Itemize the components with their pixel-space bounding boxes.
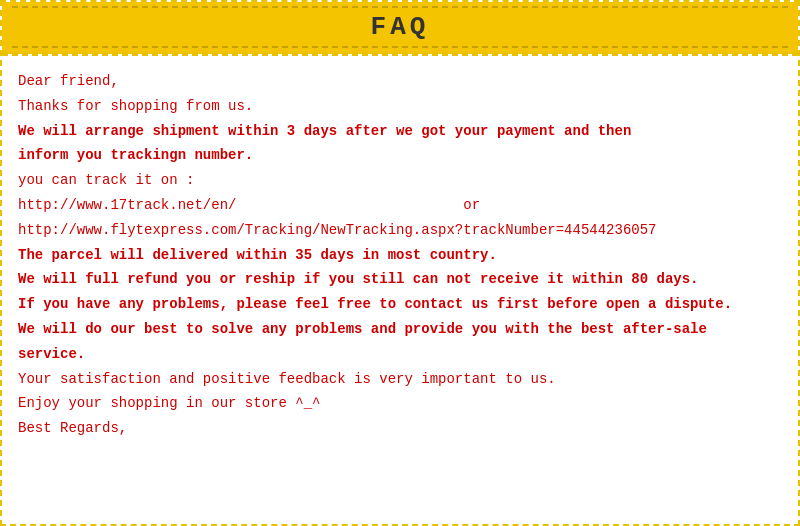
content-line: Enjoy your shopping in our store ^_^ xyxy=(18,392,782,416)
content-line: We will full refund you or reship if you… xyxy=(18,268,782,292)
content-line: We will arrange shipment within 3 days a… xyxy=(18,120,782,144)
content-text: you can track it on : xyxy=(18,172,194,188)
content-text: We will arrange shipment within 3 days a… xyxy=(18,123,631,139)
content-line: We will do our best to solve any problem… xyxy=(18,318,782,342)
content-section: Dear friend,Thanks for shopping from us.… xyxy=(2,56,798,452)
content-line: you can track it on : xyxy=(18,169,782,193)
content-line: If you have any problems, please feel fr… xyxy=(18,293,782,317)
content-text: Dear friend, xyxy=(18,73,119,89)
content-text: Best Regards, xyxy=(18,420,127,436)
faq-title: FAQ xyxy=(371,12,430,42)
content-text: inform you trackingn number. xyxy=(18,147,253,163)
content-text: The parcel will delivered within 35 days… xyxy=(18,247,497,263)
content-text: We will full refund you or reship if you… xyxy=(18,271,699,287)
content-text: http://www.flytexpress.com/Tracking/NewT… xyxy=(18,222,657,238)
content-line: Your satisfaction and positive feedback … xyxy=(18,368,782,392)
content-line: The parcel will delivered within 35 days… xyxy=(18,244,782,268)
content-line: inform you trackingn number. xyxy=(18,144,782,168)
content-text: http://www.17track.net/en/ or xyxy=(18,197,480,213)
content-text: We will do our best to solve any problem… xyxy=(18,321,707,337)
header-section: FAQ xyxy=(2,2,798,54)
content-line: service. xyxy=(18,343,782,367)
content-line: http://www.flytexpress.com/Tracking/NewT… xyxy=(18,219,782,243)
content-line: Thanks for shopping from us. xyxy=(18,95,782,119)
content-text: If you have any problems, please feel fr… xyxy=(18,296,732,312)
content-text: Your satisfaction and positive feedback … xyxy=(18,371,556,387)
content-text: Enjoy your shopping in our store ^_^ xyxy=(18,395,320,411)
content-text: service. xyxy=(18,346,85,362)
content-line: Best Regards, xyxy=(18,417,782,441)
content-text: Thanks for shopping from us. xyxy=(18,98,253,114)
page-container: FAQ Dear friend,Thanks for shopping from… xyxy=(0,0,800,526)
content-line: http://www.17track.net/en/ or xyxy=(18,194,782,218)
content-line: Dear friend, xyxy=(18,70,782,94)
